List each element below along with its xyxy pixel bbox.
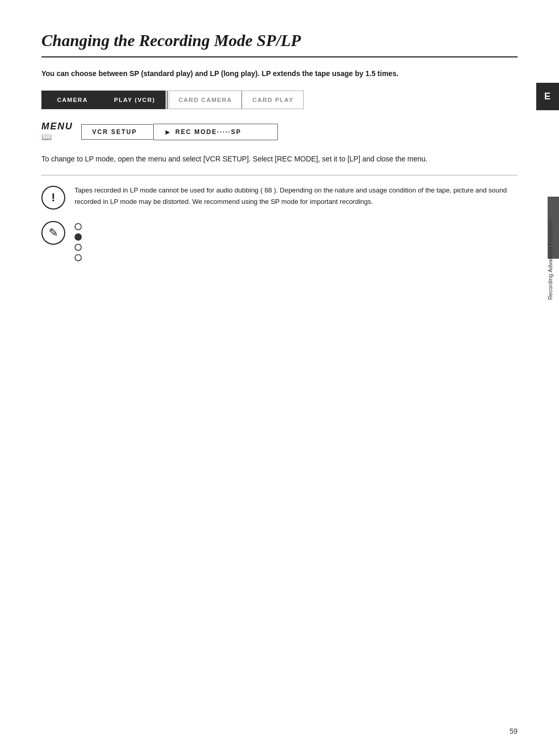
list-item <box>75 254 87 261</box>
list-item <box>75 233 87 241</box>
tab-camera[interactable]: CAMERA <box>41 91 104 109</box>
menu-label-block: MENU 📖 <box>41 122 73 142</box>
body-text: To change to LP mode, open the menu and … <box>41 153 518 166</box>
bullet-circle-3 <box>75 244 82 251</box>
tab-card-play[interactable]: CARD PLAY <box>242 91 304 109</box>
tab-bar: CAMERA PLAY (VCR) CARD CAMERA CARD PLAY <box>41 91 518 109</box>
side-label-functions: Advanced Functions - <box>547 217 553 272</box>
intro-text: You can choose between SP (standard play… <box>41 68 518 79</box>
side-label: Recording Advanced Functions - <box>547 217 554 300</box>
bullet-circle-2 <box>75 233 82 241</box>
page-number: 59 <box>509 727 518 735</box>
tab-card-play-label: CARD PLAY <box>253 97 294 103</box>
list-item <box>75 244 87 251</box>
note-text: Tapes recorded in LP mode cannot be used… <box>75 185 518 207</box>
bullet-list <box>75 221 87 261</box>
note-block: ! Tapes recorded in LP mode cannot be us… <box>41 185 518 210</box>
side-label-recording: Recording <box>547 274 553 300</box>
page-title: Changing the Recording Mode SP/LP <box>41 31 518 50</box>
book-icon: 📖 <box>41 132 52 142</box>
title-divider <box>41 56 518 57</box>
warning-icon: ! <box>41 186 65 210</box>
right-tab-label: E <box>544 91 551 101</box>
tab-separator <box>167 91 168 109</box>
tab-card-camera-label: CARD CAMERA <box>179 97 232 103</box>
rec-mode-box: ► REC MODE·····SP <box>154 124 278 140</box>
pencil-block: ✎ <box>41 221 518 261</box>
menu-row: MENU 📖 VCR SETUP ► REC MODE·····SP <box>41 122 518 142</box>
menu-arrow-icon: ► <box>164 128 172 136</box>
vcr-setup-box: VCR SETUP <box>81 124 154 140</box>
tab-camera-label: CAMERA <box>57 97 87 103</box>
rec-mode-label: REC MODE·····SP <box>175 128 241 136</box>
vcr-setup-label: VCR SETUP <box>92 128 137 136</box>
menu-word: MENU <box>41 122 73 131</box>
bullet-circle-4 <box>75 254 82 261</box>
page-container: E Recording Advanced Functions - Changin… <box>0 0 559 756</box>
bullet-circle-1 <box>75 223 82 230</box>
section-divider <box>41 175 518 175</box>
warning-symbol: ! <box>51 191 55 204</box>
tab-play-vcr-label: PLAY (VCR) <box>114 97 155 103</box>
right-tab: E <box>536 83 559 110</box>
list-item <box>75 223 87 230</box>
pencil-icon: ✎ <box>41 221 65 245</box>
tab-card-camera[interactable]: CARD CAMERA <box>169 91 242 109</box>
tab-play-vcr[interactable]: PLAY (VCR) <box>104 91 166 109</box>
pencil-symbol: ✎ <box>49 226 58 240</box>
